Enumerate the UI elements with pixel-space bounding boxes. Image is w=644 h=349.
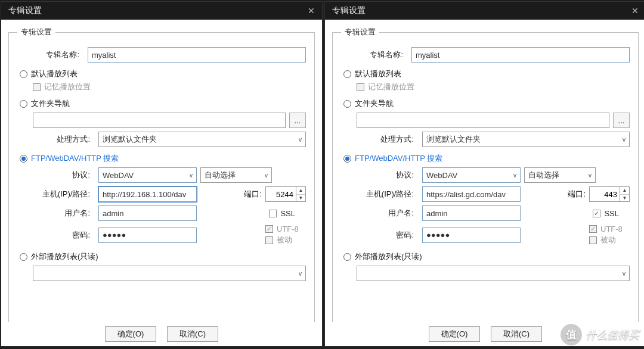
utf8-checkbox-row: UTF-8 <box>589 225 630 233</box>
ext-playlist-select[interactable]: v <box>33 266 306 281</box>
remember-position-row: 记忆播放位置 <box>33 82 306 92</box>
checkbox-icon <box>265 236 273 244</box>
passive-label: 被动 <box>600 235 616 245</box>
password-label: 密码: <box>341 230 419 241</box>
ssl-checkbox-row[interactable]: SSL <box>269 209 295 218</box>
chevron-down-icon: v <box>265 172 268 179</box>
port-stepper[interactable]: ▲▼ <box>265 186 306 202</box>
album-name-input[interactable] <box>411 47 630 63</box>
host-input[interactable] <box>422 186 521 202</box>
folder-path-input[interactable] <box>357 113 609 128</box>
protocol-value: WebDAV <box>426 171 457 180</box>
chevron-down-icon: v <box>299 270 302 277</box>
radio-ftp-search-label: FTP/WebDAV/HTTP 搜索 <box>31 153 119 164</box>
radio-ext-playlist[interactable]: 外部播放列表(只读) <box>20 251 306 262</box>
remember-position-row: 记忆播放位置 <box>357 82 630 92</box>
group-legend: 专辑设置 <box>17 27 55 38</box>
checkbox-icon <box>593 210 600 217</box>
album-name-label: 专辑名称: <box>17 49 84 60</box>
chevron-down-icon: ▼ <box>620 195 629 202</box>
titlebar: 专辑设置 ✕ <box>325 2 644 20</box>
checkbox-icon <box>269 210 277 217</box>
browse-button[interactable]: ... <box>289 113 306 128</box>
ssl-checkbox-row[interactable]: SSL <box>593 209 619 218</box>
user-label: 用户名: <box>17 208 95 219</box>
radio-folder-nav-label: 文件夹导航 <box>355 98 394 109</box>
port-label: 端口: <box>244 189 262 200</box>
radio-folder-nav[interactable]: 文件夹导航 <box>20 98 306 109</box>
port-input[interactable] <box>265 186 296 202</box>
passive-label: 被动 <box>277 235 292 245</box>
checkbox-icon <box>33 83 41 91</box>
port-label: 端口: <box>568 189 586 200</box>
port-stepper[interactable]: ▲▼ <box>589 186 630 202</box>
window-title: 专辑设置 <box>332 5 366 16</box>
radio-folder-nav-label: 文件夹导航 <box>31 98 70 109</box>
passive-checkbox-row: 被动 <box>265 235 306 245</box>
protocol-select[interactable]: WebDAV v <box>98 167 197 183</box>
dialog-left: 专辑设置 ✕ 专辑设置 专辑名称: 默认播放列表 记忆播放位置 <box>1 1 323 347</box>
radio-ext-playlist-label: 外部播放列表(只读) <box>355 251 422 262</box>
auto-select[interactable]: 自动选择 v <box>524 167 596 183</box>
user-input[interactable] <box>422 205 521 221</box>
auto-select-value: 自动选择 <box>205 170 236 180</box>
host-label: 主机(IP)/路径: <box>341 189 419 200</box>
protocol-label: 协议: <box>17 170 95 180</box>
checkbox-icon <box>589 225 597 233</box>
checkbox-icon <box>357 83 364 91</box>
album-name-label: 专辑名称: <box>341 49 408 60</box>
window-title: 专辑设置 <box>8 5 42 16</box>
handle-method-value: 浏览默认文件夹 <box>103 134 157 145</box>
protocol-value: WebDAV <box>103 171 134 180</box>
password-label: 密码: <box>17 230 95 241</box>
stepper-buttons[interactable]: ▲▼ <box>296 186 306 202</box>
ext-playlist-select[interactable]: v <box>357 266 630 281</box>
utf8-label: UTF-8 <box>277 225 299 233</box>
auto-select[interactable]: 自动选择 v <box>200 167 272 183</box>
host-input[interactable] <box>98 186 197 202</box>
radio-default-playlist-label: 默认播放列表 <box>31 68 78 79</box>
ssl-label: SSL <box>280 209 295 218</box>
handle-method-select[interactable]: 浏览默认文件夹 v <box>98 132 306 147</box>
radio-default-playlist[interactable]: 默认播放列表 <box>343 68 630 79</box>
album-name-input[interactable] <box>88 47 306 63</box>
radio-ftp-search[interactable]: FTP/WebDAV/HTTP 搜索 <box>20 153 306 164</box>
watermark-badge: 值 <box>561 324 582 345</box>
utf8-label: UTF-8 <box>600 225 623 233</box>
stepper-buttons[interactable]: ▲▼ <box>620 186 630 202</box>
close-icon[interactable]: ✕ <box>631 6 639 15</box>
close-icon[interactable]: ✕ <box>308 6 315 15</box>
browse-button[interactable]: ... <box>613 113 630 128</box>
chevron-down-icon: v <box>623 136 626 143</box>
radio-icon <box>343 253 351 261</box>
radio-default-playlist[interactable]: 默认播放列表 <box>20 68 306 79</box>
radio-ftp-search[interactable]: FTP/WebDAV/HTTP 搜索 <box>343 153 630 164</box>
chevron-down-icon: v <box>513 172 516 179</box>
checkbox-icon <box>589 236 597 244</box>
port-input[interactable] <box>589 186 620 202</box>
radio-folder-nav[interactable]: 文件夹导航 <box>343 98 630 109</box>
handle-method-value: 浏览默认文件夹 <box>426 134 481 145</box>
cancel-button[interactable]: 取消(C) <box>167 326 218 342</box>
dialog-right: 专辑设置 ✕ 专辑设置 专辑名称: 默认播放列表 记忆播放位置 <box>324 1 644 347</box>
watermark: 值 什么值得买 <box>561 324 639 345</box>
radio-icon <box>20 155 27 163</box>
ok-button[interactable]: 确定(O) <box>105 326 156 342</box>
password-input[interactable] <box>422 228 521 243</box>
radio-default-playlist-label: 默认播放列表 <box>355 68 401 79</box>
protocol-label: 协议: <box>341 170 419 180</box>
radio-ext-playlist[interactable]: 外部播放列表(只读) <box>343 251 630 262</box>
user-input[interactable] <box>98 205 197 221</box>
protocol-select[interactable]: WebDAV v <box>422 167 521 183</box>
handle-method-select[interactable]: 浏览默认文件夹 v <box>422 132 630 147</box>
chevron-down-icon: v <box>589 172 592 179</box>
handle-method-label: 处理方式: <box>17 134 95 145</box>
titlebar: 专辑设置 ✕ <box>1 2 322 20</box>
password-input[interactable] <box>98 228 197 243</box>
folder-path-input[interactable] <box>33 113 286 128</box>
radio-ftp-search-label: FTP/WebDAV/HTTP 搜索 <box>355 153 442 164</box>
ok-button[interactable]: 确定(O) <box>429 326 480 342</box>
radio-icon <box>343 155 351 163</box>
handle-method-label: 处理方式: <box>341 134 419 145</box>
cancel-button[interactable]: 取消(C) <box>491 326 542 342</box>
